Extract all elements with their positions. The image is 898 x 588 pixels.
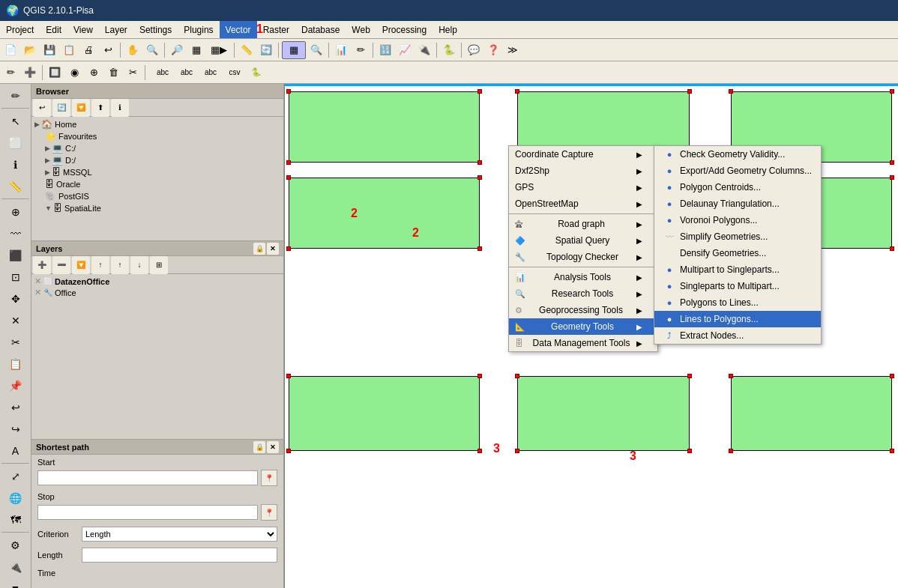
edit-tool-icon[interactable]: ✏ (5, 85, 26, 106)
zoom-sel-btn[interactable]: 🔍 (307, 41, 325, 59)
tree-home[interactable]: ▶ 🏠 Home (33, 118, 282, 130)
layer-add-btn[interactable]: ➕ (33, 256, 51, 274)
add-line-icon[interactable]: 〰 (5, 223, 26, 244)
vector-menu-openstreetmap[interactable]: OpenStreetMap ▶ (509, 196, 657, 212)
plugins-icon[interactable]: 🔌 (5, 557, 26, 578)
stop-input[interactable] (37, 505, 258, 520)
add-wfs-icon[interactable]: 🗺 (5, 509, 26, 530)
select-rect-icon[interactable]: ⬜ (5, 133, 26, 154)
select-feat-btn[interactable]: ▦ (282, 41, 306, 59)
save-project-btn[interactable]: 💾 (40, 41, 58, 59)
browser-filter-btn[interactable]: 🔽 (72, 99, 90, 117)
tree-favourites[interactable]: ⭐ Favourites (33, 130, 282, 142)
menu-database[interactable]: Database (295, 21, 346, 38)
digitize-btn[interactable]: ✏ (1, 64, 19, 82)
undo-btn[interactable]: ↩ (99, 41, 117, 59)
plugin-btn[interactable]: 🔌 (415, 41, 433, 59)
node-btn[interactable]: ◉ (65, 64, 83, 82)
copy-feat-icon[interactable]: 📋 (5, 354, 26, 375)
geom-lines-to-polygons[interactable]: ● Lines to Polygons... (654, 311, 821, 327)
menu-plugins[interactable]: Plugins (178, 21, 219, 38)
delete-feat-icon[interactable]: ✕ (5, 310, 26, 331)
browser-collapse-btn[interactable]: ⬆ (91, 99, 109, 117)
geom-multipart-single[interactable]: ● Multipart to Singleparts... (654, 261, 821, 278)
arrow-down-icon[interactable]: ▼ (5, 578, 26, 588)
layer-expand-btn[interactable]: ⊞ (150, 256, 168, 274)
vector-menu-gps[interactable]: GPS ▶ (509, 179, 657, 196)
help2-btn[interactable]: ❓ (484, 41, 502, 59)
start-input[interactable] (37, 470, 258, 485)
field-calc-btn[interactable]: 🔢 (376, 41, 394, 59)
identify-feat-icon[interactable]: ℹ (5, 154, 26, 175)
csv-btn[interactable]: csv (223, 64, 246, 82)
label-btn-3[interactable]: abc (199, 64, 222, 82)
node-tool-icon[interactable]: ⊡ (5, 267, 26, 288)
layer-open-btn[interactable]: ↑ (91, 256, 109, 274)
measure-icon[interactable]: 📏 (5, 176, 26, 197)
label-btn-2[interactable]: abc (175, 64, 198, 82)
paste-feat-icon[interactable]: 📌 (5, 375, 26, 396)
settings-icon[interactable]: ⚙ (5, 535, 26, 556)
zoom-extent-icon[interactable]: ⤢ (5, 466, 26, 487)
vector-menu-dxf2shp[interactable]: Dxf2Shp ▶ (509, 163, 657, 179)
layer-close-btn[interactable]: ✕ (267, 243, 279, 255)
geom-delaunay[interactable]: ● Delaunay Triangulation... (654, 196, 821, 212)
layer-filter-btn[interactable]: 🔽 (72, 256, 90, 274)
refresh-btn[interactable]: 🔄 (257, 41, 275, 59)
menu-help[interactable]: Help (433, 21, 463, 38)
geom-densify[interactable]: Densify Geometries... (654, 245, 821, 261)
geom-extract-nodes[interactable]: ⤴ Extract Nodes... (654, 327, 821, 344)
geom-simplify[interactable]: 〰 Simplify Geometries... (654, 228, 821, 245)
delete-btn[interactable]: 🗑 (104, 64, 122, 82)
layer-move-down-btn[interactable]: ↓ (130, 256, 148, 274)
geom-voronoi[interactable]: ● Voronoi Polygons... (654, 212, 821, 228)
menu-processing[interactable]: Processing (376, 21, 433, 38)
snap-btn[interactable]: 🔲 (46, 64, 64, 82)
new-project-btn[interactable]: 📄 (1, 41, 19, 59)
browser-refresh-btn[interactable]: 🔄 (52, 99, 70, 117)
menu-layer[interactable]: Layer (99, 21, 133, 38)
measure-btn[interactable]: 📏 (238, 41, 256, 59)
vector-menu-analysis-tools[interactable]: 📊 Analysis Tools ▶ (509, 269, 657, 285)
vector-menu-coordinate-capture[interactable]: Coordinate Capture ▶ (509, 146, 657, 163)
length-input[interactable] (82, 548, 277, 563)
vertex-btn[interactable]: ⊕ (85, 64, 103, 82)
sp-close-btn[interactable]: ✕ (267, 441, 279, 453)
deselect-btn[interactable]: ▦▶ (207, 41, 231, 59)
add-wms-icon[interactable]: 🌐 (5, 488, 26, 509)
menu-web[interactable]: Web (346, 21, 376, 38)
add-layer-btn[interactable]: ➕ (21, 64, 39, 82)
open-project-btn[interactable]: 📂 (21, 41, 39, 59)
layer-remove-btn[interactable]: ➖ (52, 256, 70, 274)
cut-btn[interactable]: ✂ (124, 64, 142, 82)
stats-btn[interactable]: 📈 (396, 41, 414, 59)
stop-locate-btn[interactable]: 📍 (261, 504, 277, 521)
python-btn[interactable]: 🐍 (440, 41, 458, 59)
zoom-in-btn[interactable]: 🔍 (143, 41, 161, 59)
vector-menu-road-graph[interactable]: 🛣 Road graph ▶ (509, 216, 657, 232)
cut-feat-icon[interactable]: ✂ (5, 332, 26, 353)
select-btn[interactable]: ▦ (187, 41, 205, 59)
browser-info-btn[interactable]: ℹ (111, 99, 129, 117)
menu-view[interactable]: View (67, 21, 99, 38)
tree-d-drive[interactable]: ▶ 💻 D:/ (33, 154, 282, 166)
py-btn[interactable]: 🐍 (247, 64, 265, 82)
label-icon[interactable]: A (5, 440, 26, 461)
tree-mssql[interactable]: ▶ 🗄 MSSQL (33, 166, 282, 178)
geom-check-validity[interactable]: ● Check Geometry Validity... (654, 146, 821, 163)
tree-c-drive[interactable]: ▶ 💻 C:/ (33, 142, 282, 154)
pan-btn[interactable]: ✋ (124, 41, 142, 59)
browser-home-btn[interactable]: ↩ (33, 99, 51, 117)
cursor-icon[interactable]: ↖ (5, 111, 26, 132)
more-btn[interactable]: ≫ (504, 41, 522, 59)
vector-menu-topology-checker[interactable]: 🔧 Topology Checker ▶ (509, 249, 657, 265)
menu-edit[interactable]: Edit (40, 21, 67, 38)
criterion-select[interactable]: Length Time (82, 527, 277, 542)
save-as-btn[interactable]: 📋 (60, 41, 78, 59)
vector-menu-spatial-query[interactable]: 🔷 Spatial Query ▶ (509, 232, 657, 249)
geom-polygon-centroids[interactable]: ● Polygon Centroids... (654, 179, 821, 196)
vector-menu-geoprocessing[interactable]: ⚙ Geoprocessing Tools ▶ (509, 302, 657, 318)
attr-table-btn[interactable]: 📊 (332, 41, 350, 59)
tree-oracle[interactable]: 🗄 Oracle (33, 178, 282, 190)
geom-export-columns[interactable]: ● Export/Add Geometry Columns... (654, 163, 821, 179)
